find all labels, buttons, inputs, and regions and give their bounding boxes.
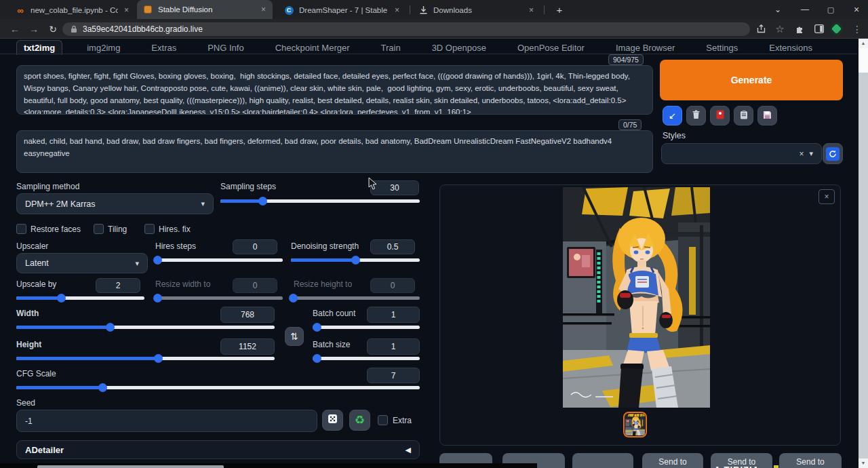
resize-width-value[interactable]: 0 — [233, 278, 277, 293]
close-icon[interactable]: × — [528, 5, 535, 15]
new-tab-button[interactable]: + — [551, 3, 568, 16]
scrollbar-up-button[interactable]: ▲ — [859, 39, 868, 48]
close-gallery-button[interactable]: × — [818, 189, 835, 204]
seed-input[interactable] — [16, 410, 317, 432]
resize-width-slider-handle[interactable] — [153, 294, 162, 303]
hires-steps-slider-handle[interactable] — [153, 256, 162, 265]
send-to-img2img-button[interactable]: Send to — [642, 453, 703, 468]
close-icon[interactable]: × — [123, 5, 130, 15]
window-maximize-button[interactable]: ▢ — [822, 3, 840, 16]
width-slider-fill — [16, 326, 110, 329]
tab-image-browser[interactable]: Image Browser — [609, 41, 682, 55]
tab-extensions[interactable]: Extensions — [762, 41, 819, 55]
refresh-styles-button[interactable] — [823, 143, 843, 164]
hires-steps-slider[interactable] — [155, 258, 283, 262]
extra-seed-checkbox[interactable] — [378, 415, 388, 425]
negative-prompt-input[interactable]: naked, child, bad hand, bad draw, bad dr… — [16, 130, 653, 173]
resize-width-slider[interactable] — [155, 296, 283, 300]
save-style-button[interactable] — [757, 106, 777, 125]
forward-icon[interactable]: → — [26, 21, 42, 37]
browser-tab-downloads[interactable]: Downloads × — [412, 3, 541, 18]
browser-tab-stable-diffusion[interactable]: Stable Diffusion × — [137, 0, 273, 19]
tab-train[interactable]: Train — [374, 41, 408, 55]
resize-height-value[interactable]: 0 — [370, 278, 415, 293]
batch-count-value[interactable]: 1 — [367, 307, 420, 323]
hires-fix-checkbox[interactable] — [144, 224, 155, 234]
reload-icon[interactable]: ↻ — [45, 21, 61, 37]
height-value[interactable]: 1152 — [220, 338, 275, 355]
browser-tab-title: Downloads — [433, 6, 523, 14]
cfg-scale-value[interactable]: 7 — [367, 368, 420, 383]
upscaler-label: Upscaler — [16, 241, 48, 251]
random-seed-button[interactable] — [322, 410, 343, 431]
generated-image[interactable] — [563, 187, 710, 408]
cfg-scale-slider-handle[interactable] — [98, 383, 107, 392]
scrollbar-track[interactable] — [859, 39, 868, 468]
height-slider-fill — [16, 357, 158, 360]
batch-size-slider-handle[interactable] — [313, 354, 321, 363]
chevron-down-icon: ▾ — [135, 259, 139, 268]
window-close-button[interactable]: × — [848, 3, 865, 16]
tab-png-info[interactable]: PNG Info — [201, 41, 250, 55]
generate-button[interactable]: Generate — [660, 60, 843, 100]
sampling-steps-slider-handle[interactable] — [258, 197, 267, 206]
scrollbar-thumb[interactable] — [859, 48, 868, 73]
kebab-menu-icon[interactable]: ⋮ — [849, 21, 865, 37]
url-bar[interactable]: 3a59ec42041dbb46cb.gradio.live — [62, 22, 750, 36]
reuse-seed-button[interactable]: ♻ — [349, 410, 370, 431]
upscale-by-slider-handle[interactable] — [57, 294, 66, 303]
tab-3d-openpose[interactable]: 3D Openpose — [425, 41, 493, 55]
tab-search-chevron-icon[interactable]: ⌄ — [769, 3, 787, 16]
apply-style-button[interactable] — [734, 106, 753, 125]
bookmark-star-icon[interactable]: ☆ — [772, 21, 788, 37]
browser-tab-dreamshaper[interactable]: C DreamShaper - 7 | Stable Diffusio × — [278, 3, 407, 18]
prompt-input[interactable]: sport shoes, fighter, fight, fight Glove… — [16, 65, 653, 115]
styles-dropdown[interactable]: × ▾ — [661, 143, 822, 164]
gallery-thumbnail[interactable] — [623, 412, 647, 437]
tab-checkpoint-merger[interactable]: Checkpoint Merger — [269, 41, 357, 55]
close-icon[interactable]: × — [260, 5, 267, 14]
send-to-extras-button[interactable]: Send to — [779, 453, 842, 468]
resize-height-slider-handle[interactable] — [289, 294, 298, 303]
sampling-method-dropdown[interactable]: DPM++ 2M Karras ▾ — [16, 193, 214, 214]
width-value[interactable]: 768 — [220, 307, 275, 323]
batch-size-value[interactable]: 1 — [367, 338, 420, 355]
close-icon[interactable]: × — [393, 5, 401, 15]
extensions-puzzle-icon[interactable] — [792, 21, 808, 37]
sampling-method-label: Sampling method — [16, 182, 79, 191]
hires-steps-value[interactable]: 0 — [233, 239, 277, 254]
browser-tab-colab[interactable]: ∞ new_colab_file.ipynb - Colaborat × — [9, 3, 136, 18]
tiling-checkbox[interactable] — [94, 224, 104, 234]
paste-params-button[interactable]: ↙ — [663, 106, 682, 125]
back-icon[interactable]: ← — [7, 21, 23, 37]
denoising-value[interactable]: 0.5 — [370, 239, 415, 254]
swap-dimensions-button[interactable]: ⇅ — [285, 327, 304, 346]
scrollbar-down-button[interactable]: ▼ — [859, 459, 868, 468]
batch-size-slider[interactable] — [313, 357, 420, 360]
clear-prompt-button[interactable] — [686, 106, 706, 125]
tab-txt2img[interactable]: txt2img — [16, 40, 62, 55]
tab-openpose-editor[interactable]: OpenPose Editor — [511, 41, 591, 55]
upscale-by-value[interactable]: 2 — [96, 278, 140, 293]
height-slider-handle[interactable] — [154, 354, 163, 363]
tab-settings[interactable]: Settings — [699, 41, 745, 55]
restore-faces-checkbox[interactable] — [16, 224, 26, 234]
clear-styles-icon[interactable]: × — [799, 149, 809, 159]
resize-height-slider[interactable] — [291, 296, 420, 300]
chevron-down-icon[interactable]: ▾ — [809, 149, 813, 158]
side-panel-icon[interactable] — [811, 21, 827, 37]
upscaler-dropdown[interactable]: Latent ▾ — [16, 253, 148, 273]
denoising-slider-handle[interactable] — [351, 256, 360, 265]
width-slider-handle[interactable] — [106, 323, 115, 332]
batch-count-slider[interactable] — [313, 326, 420, 329]
tab-img2img[interactable]: img2img — [80, 41, 127, 55]
batch-count-slider-handle[interactable] — [313, 323, 321, 332]
share-icon[interactable] — [753, 21, 769, 37]
profile-avatar[interactable] — [830, 22, 843, 35]
batch-count-label: Batch count — [313, 309, 355, 318]
tab-extras[interactable]: Extras — [144, 41, 183, 55]
adetailer-accordion[interactable]: ADetailer ◀ — [16, 440, 420, 459]
gallery-button-extras[interactable] — [572, 453, 633, 468]
extra-networks-button[interactable] — [710, 106, 730, 125]
window-minimize-button[interactable]: — — [796, 3, 814, 16]
